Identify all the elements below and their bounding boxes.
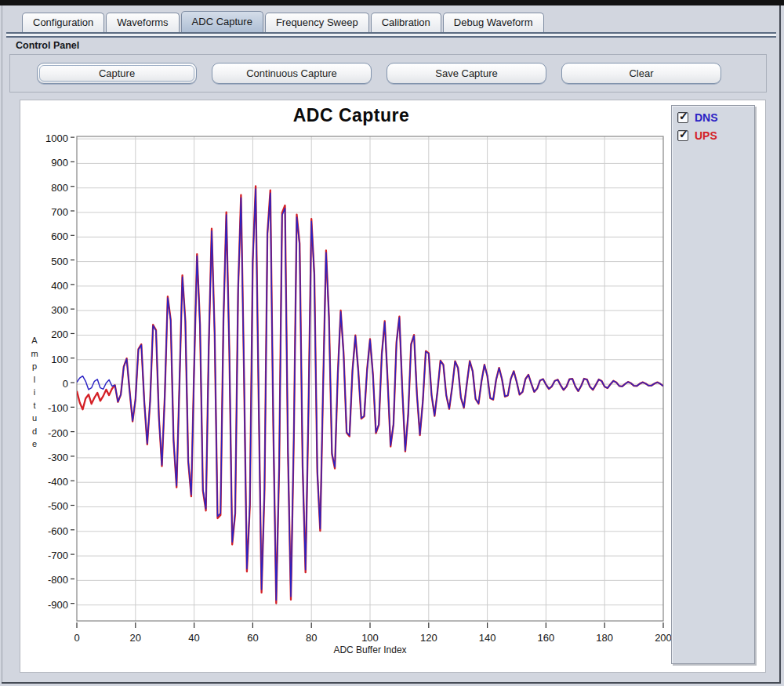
window-right-edge (779, 5, 781, 684)
continuous-capture-button[interactable]: Continuous Capture (212, 63, 372, 84)
svg-text:160: 160 (538, 632, 555, 644)
check-icon: ✓ (679, 110, 688, 122)
svg-text:-400: -400 (48, 476, 68, 488)
chart-title: ADC Capture (77, 105, 626, 126)
svg-text:-600: -600 (48, 525, 68, 537)
svg-text:60: 60 (247, 632, 258, 644)
tab-label: Configuration (33, 16, 93, 28)
tab-debug-waveform[interactable]: Debug Waveform (443, 13, 544, 32)
tab-bar: Configuration Waveforms ADC Capture Freq… (22, 12, 544, 32)
svg-text:300: 300 (51, 304, 68, 316)
svg-text:100: 100 (361, 632, 379, 644)
capture-button[interactable]: Capture (37, 63, 197, 84)
svg-text:-800: -800 (48, 574, 68, 586)
legend-item-dns: ✓ DNS (677, 111, 754, 124)
tab-frequency-sweep[interactable]: Frequency Sweep (265, 13, 369, 32)
svg-text:900: 900 (51, 157, 68, 169)
chart-legend: ✓ DNS ✓ UPS (671, 105, 755, 664)
svg-text:140: 140 (479, 632, 496, 644)
svg-text:180: 180 (596, 632, 613, 644)
svg-text:100: 100 (51, 354, 68, 365)
ups-checkbox[interactable]: ✓ (677, 130, 688, 141)
svg-text:20: 20 (130, 632, 141, 644)
chart-panel: 10009008007006005004003002001000-100-200… (20, 100, 766, 673)
tab-pane-border (6, 32, 776, 38)
svg-text:800: 800 (51, 182, 68, 194)
tab-waveforms[interactable]: Waveforms (106, 13, 179, 32)
tab-adc-capture[interactable]: ADC Capture (181, 11, 263, 32)
control-panel: Capture Continuous Capture Save Capture … (9, 54, 767, 93)
svg-text:600: 600 (51, 230, 68, 242)
svg-text:-200: -200 (48, 427, 68, 439)
control-panel-label: Control Panel (16, 40, 79, 51)
svg-text:40: 40 (188, 632, 199, 644)
tab-calibration[interactable]: Calibration (371, 13, 441, 32)
svg-text:1000: 1000 (45, 132, 68, 144)
save-capture-button[interactable]: Save Capture (387, 63, 546, 84)
svg-text:200: 200 (655, 632, 672, 644)
svg-text:0: 0 (74, 632, 79, 644)
svg-text:400: 400 (51, 280, 68, 292)
check-icon: ✓ (679, 128, 688, 140)
svg-text:500: 500 (51, 256, 68, 267)
tab-label: ADC Capture (192, 16, 252, 27)
button-row: Capture Continuous Capture Save Capture … (10, 55, 766, 84)
svg-text:80: 80 (306, 632, 317, 644)
svg-text:-700: -700 (48, 550, 68, 561)
tab-label: Frequency Sweep (276, 16, 358, 28)
window-top-edge (0, 0, 784, 5)
legend-label-ups: UPS (695, 129, 717, 142)
svg-text:200: 200 (51, 328, 68, 340)
legend-label-dns: DNS (695, 111, 718, 124)
svg-text:-900: -900 (48, 599, 68, 611)
svg-text:-300: -300 (48, 452, 68, 463)
legend-item-ups: ✓ UPS (677, 129, 754, 142)
y-axis-title: Amplitude (28, 334, 41, 451)
application-window: Configuration Waveforms ADC Capture Freq… (0, 0, 784, 686)
dns-checkbox[interactable]: ✓ (677, 112, 688, 123)
svg-text:0: 0 (63, 378, 68, 390)
x-axis-title: ADC Buffer Index (77, 644, 663, 655)
window-bottom-edge (2, 682, 781, 684)
adc-capture-plot: 10009008007006005004003002001000-100-200… (20, 100, 767, 673)
svg-text:-500: -500 (48, 500, 68, 512)
svg-text:120: 120 (420, 632, 437, 644)
tab-label: Debug Waveform (454, 16, 533, 28)
clear-button[interactable]: Clear (561, 63, 721, 84)
svg-text:-100: -100 (48, 402, 68, 414)
window-left-edge (2, 5, 2, 684)
svg-text:700: 700 (51, 206, 68, 218)
tab-label: Waveforms (117, 16, 168, 28)
tab-configuration[interactable]: Configuration (22, 13, 104, 32)
tab-label: Calibration (382, 16, 430, 28)
